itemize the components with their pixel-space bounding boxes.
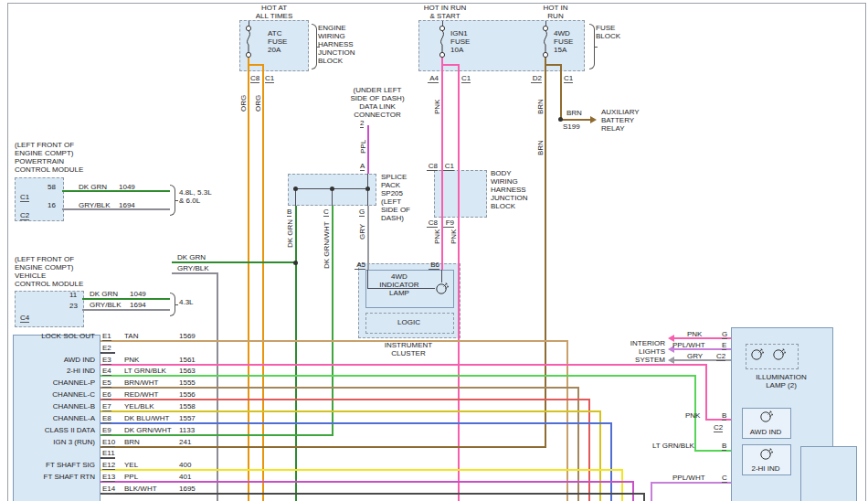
circuit-number-label: 400 — [179, 461, 191, 469]
pin-label: E14 — [102, 485, 115, 494]
wire-color-label: BRN/WHT — [124, 378, 158, 387]
wire-color-label: TAN — [124, 332, 138, 340]
pin-label: E5 — [102, 378, 111, 388]
pin-function-label: AWD IND — [15, 356, 95, 364]
pin-label: E8 — [102, 414, 111, 423]
wire-color-label: RED/WHT — [124, 390, 158, 399]
pin-function-label: CHANNEL-B — [15, 402, 95, 410]
generated-labels-layer: LOCK SOL OUTE1TAN1569E2AWD INDE3PNK15612… — [0, 0, 868, 501]
wire-color-label: YEL/BLK — [124, 402, 153, 410]
pin-function-label: FT SHAFT SIG — [15, 461, 95, 469]
wire-color-label: PNK — [124, 356, 139, 364]
wire-color-label: DK BLU/WHT — [124, 414, 169, 422]
pin-label: E9 — [102, 426, 111, 435]
pin-label: E3 — [102, 356, 111, 365]
circuit-number-label: 1133 — [179, 426, 195, 434]
wire-color-label: BRN — [124, 438, 140, 446]
pin-function-label: CHANNEL-P — [15, 378, 95, 387]
pin-label: E7 — [102, 402, 111, 411]
pin-label: E12 — [102, 461, 115, 470]
pin-label: E13 — [102, 473, 115, 482]
circuit-number-label: 1695 — [179, 485, 196, 493]
circuit-number-label: 241 — [179, 438, 191, 446]
circuit-number-label: 401 — [179, 473, 191, 481]
wiring-diagram: HOT AT ALL TIMES ATC FUSE 20A ENGINE WIR… — [0, 0, 868, 501]
wire-color-label: DK GRN/WHT — [124, 426, 172, 434]
circuit-number-label: 1561 — [179, 356, 196, 364]
circuit-number-label: 1558 — [179, 402, 196, 410]
pin-function-label: IGN 3 (RUN) — [15, 438, 95, 446]
circuit-number-label: 1556 — [179, 390, 196, 399]
circuit-number-label: 1563 — [179, 367, 196, 375]
pin-function-label: CHANNEL-C — [15, 390, 95, 399]
pin-label: E1 — [102, 332, 111, 341]
pin-function-label: CHANNEL-A — [15, 414, 95, 422]
pin-label: E4 — [102, 367, 111, 376]
pin-label: E10 — [102, 438, 115, 447]
circuit-number-label: 1557 — [179, 414, 196, 422]
circuit-number-label: 1569 — [179, 332, 196, 340]
pin-function-label: CLASS II DATA — [15, 426, 95, 434]
pin-function-label: LOCK SOL OUT — [15, 332, 95, 340]
pin-function-label: FT SHAFT RTN — [15, 473, 95, 481]
pin-function-label: 2-HI IND — [15, 367, 95, 375]
wire-color-label: YEL — [124, 461, 138, 469]
pin-label: E11 — [102, 449, 115, 458]
pin-label: E2 — [102, 344, 111, 353]
pin-label: E6 — [102, 390, 111, 400]
wire-color-label: PPL — [124, 473, 138, 481]
wire-color-label: LT GRN/BLK — [124, 367, 166, 375]
circuit-number-label: 1555 — [179, 378, 196, 387]
wire-color-label: BLK/WHT — [124, 485, 157, 493]
